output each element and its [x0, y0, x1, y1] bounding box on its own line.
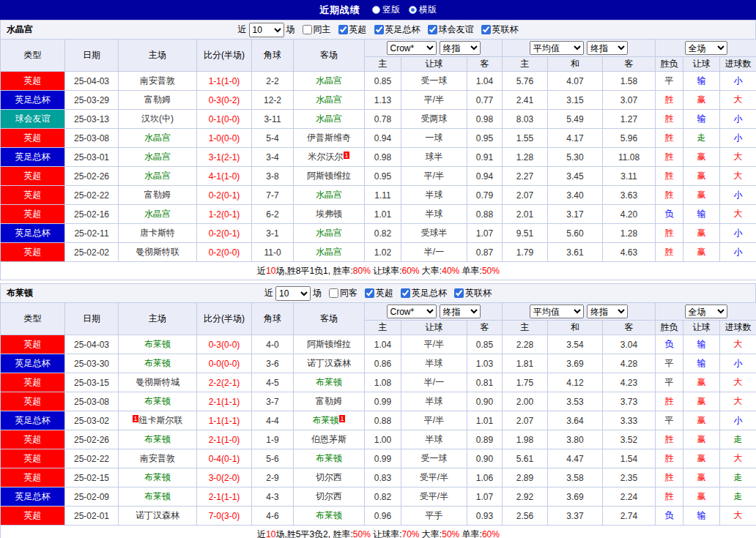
same-venue-filter[interactable]: 同主	[303, 23, 331, 36]
match-score[interactable]: 7-0(3-0)	[197, 507, 252, 526]
same-venue-checkbox[interactable]	[329, 288, 338, 298]
same-venue-filter[interactable]: 同客	[329, 287, 357, 299]
home-team[interactable]: 汉坎(中)	[141, 113, 174, 124]
result-handicap: 赢	[683, 449, 720, 468]
match-score[interactable]: 0-2(0-1)	[197, 224, 252, 243]
match-score[interactable]: 1-2(0-1)	[197, 205, 252, 224]
home-team[interactable]: 水晶宫	[144, 209, 171, 219]
home-team[interactable]: 布莱顿	[144, 434, 171, 444]
league-filter-2[interactable]: 球会友谊	[428, 23, 474, 36]
away-team[interactable]: 米尔沃尔	[308, 152, 343, 162]
home-team[interactable]: 纽卡斯尔联	[139, 415, 183, 425]
match-score[interactable]: 0-2(0-0)	[197, 243, 252, 262]
home-team[interactable]: 水晶宫	[144, 132, 171, 143]
away-team[interactable]: 诺丁汉森林	[307, 358, 351, 368]
away-team[interactable]: 伊普斯维奇	[307, 132, 351, 143]
league-filter-0[interactable]: 英超	[338, 23, 367, 36]
away-team[interactable]: 埃弗顿	[316, 209, 342, 219]
league-checkbox[interactable]	[481, 25, 491, 34]
match-score[interactable]: 3-0(2-0)	[197, 468, 252, 487]
match-score[interactable]: 0-1(0-0)	[197, 110, 252, 129]
home-team[interactable]: 布莱顿	[144, 358, 171, 368]
result-outcome: 胜	[656, 91, 683, 110]
away-team[interactable]: 水晶宫	[316, 247, 342, 257]
home-team[interactable]: 水晶宫	[144, 152, 171, 162]
match-score[interactable]: 1-1(1-0)	[197, 72, 252, 91]
scope-select[interactable]: 全场	[685, 305, 727, 318]
home-team[interactable]: 南安普敦	[140, 75, 175, 86]
average-select[interactable]: 平均值	[530, 305, 584, 318]
away-team-cell: 布莱顿	[294, 507, 365, 526]
league-filter-1[interactable]: 英足总杯	[401, 287, 447, 299]
away-team[interactable]: 富勒姆	[316, 396, 342, 406]
home-team[interactable]: 布莱顿	[144, 396, 171, 406]
match-count-select[interactable]: 10	[275, 286, 311, 301]
match-date: 25-02-11	[65, 224, 119, 243]
away-team[interactable]: 水晶宫	[316, 94, 342, 105]
away-team[interactable]: 水晶宫	[316, 75, 342, 86]
away-team[interactable]: 水晶宫	[316, 228, 342, 238]
match-score[interactable]: 0-0(0-0)	[197, 354, 252, 373]
home-team[interactable]: 布莱顿	[144, 339, 171, 349]
league-checkbox[interactable]	[428, 25, 437, 34]
league-checkbox[interactable]	[454, 288, 464, 298]
match-score[interactable]: 2-1(1-1)	[197, 392, 252, 411]
match-count-select[interactable]: 10	[249, 23, 284, 37]
bookmaker-select[interactable]: Crow*	[387, 41, 437, 55]
away-team[interactable]: 布莱顿	[316, 377, 342, 387]
league-filter-2[interactable]: 英联杯	[454, 287, 492, 299]
same-venue-checkbox[interactable]	[303, 25, 312, 34]
match-score[interactable]: 2-1(1-1)	[197, 487, 252, 507]
league-checkbox[interactable]	[365, 288, 374, 298]
away-team[interactable]: 伯恩茅斯	[311, 434, 346, 444]
recent-results-page: 近期战绩 竖版横版 水晶宫近10场同主英超英足总杯球会友谊英联杯类型日期主场比分…	[0, 0, 756, 538]
home-team[interactable]: 富勒姆	[144, 94, 171, 105]
europe-time-select[interactable]: 终指	[587, 41, 628, 55]
average-select[interactable]: 平均值	[530, 41, 584, 55]
match-score[interactable]: 3-1(2-1)	[197, 148, 252, 167]
match-score[interactable]: 0-4(0-1)	[197, 449, 252, 468]
league-filter-3[interactable]: 英联杯	[481, 23, 519, 36]
away-team[interactable]: 水晶宫	[316, 113, 342, 124]
league-checkbox[interactable]	[374, 25, 384, 34]
match-score[interactable]: 0-2(0-1)	[197, 186, 252, 205]
away-team[interactable]: 阿斯顿维拉	[307, 339, 351, 349]
handicap-time-select[interactable]: 终指	[440, 41, 481, 55]
home-team[interactable]: 曼彻斯特联	[136, 247, 179, 257]
away-team[interactable]: 布莱顿	[312, 415, 338, 425]
away-team[interactable]: 布莱顿	[316, 510, 342, 520]
away-team[interactable]: 切尔西	[316, 472, 342, 482]
away-team[interactable]: 布莱顿	[316, 453, 342, 463]
layout-radio-vertical[interactable]: 竖版	[372, 4, 400, 16]
match-score[interactable]: 0-3(0-2)	[197, 91, 252, 110]
match-score[interactable]: 0-3(0-0)	[197, 335, 252, 354]
match-score[interactable]: 1-0(0-0)	[197, 129, 252, 148]
home-team[interactable]: 曼彻斯特城	[136, 377, 179, 387]
away-team[interactable]: 切尔西	[316, 491, 342, 501]
league-filter-0[interactable]: 英超	[365, 287, 393, 299]
bookmaker-select[interactable]: Crow*	[387, 305, 437, 318]
match-score[interactable]: 2-1(1-0)	[197, 430, 252, 449]
home-team[interactable]: 布莱顿	[144, 472, 171, 482]
match-score[interactable]: 2-2(2-1)	[197, 373, 252, 392]
league-checkbox[interactable]	[401, 288, 410, 298]
home-team[interactable]: 水晶宫	[144, 171, 171, 181]
match-score[interactable]: 1-1(1-1)	[197, 411, 252, 430]
match-score[interactable]: 4-1(1-0)	[197, 167, 252, 186]
away-team[interactable]: 水晶宫	[316, 190, 342, 200]
layout-radio-horizontal[interactable]: 横版	[409, 4, 437, 16]
league-checkbox[interactable]	[338, 25, 348, 34]
handicap-away-odds: 1.01	[467, 411, 503, 430]
away-team[interactable]: 阿斯顿维拉	[307, 171, 351, 181]
scope-select[interactable]: 全场	[685, 41, 727, 55]
avg-away-odds: 1.27	[603, 110, 656, 129]
handicap-time-select[interactable]: 终指	[440, 305, 481, 318]
home-team[interactable]: 布莱顿	[144, 491, 171, 501]
home-team[interactable]: 唐卡斯特	[140, 228, 175, 238]
home-team[interactable]: 诺丁汉森林	[136, 510, 179, 520]
home-team[interactable]: 南安普敦	[140, 453, 175, 463]
home-team[interactable]: 富勒姆	[144, 190, 171, 200]
europe-time-select[interactable]: 终指	[587, 305, 628, 318]
league-filter-1[interactable]: 英足总杯	[374, 23, 420, 36]
avg-away-odds: 1.28	[603, 224, 656, 243]
